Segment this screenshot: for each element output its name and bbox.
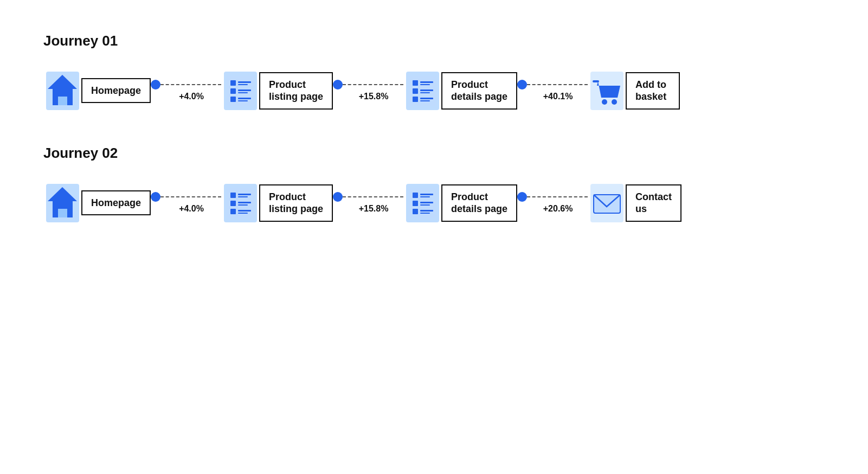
svg-rect-18 (420, 81, 433, 83)
svg-rect-17 (413, 80, 418, 86)
homepage-label-j1: Homepage (81, 78, 151, 104)
pct-1-j2: +4.0% (151, 204, 221, 214)
pct-2-j2: +15.8% (333, 204, 403, 214)
step-listing-j1: Productlisting page (221, 69, 333, 112)
svg-rect-23 (413, 97, 418, 102)
svg-rect-39 (238, 196, 248, 197)
contact-label-j2: Contactus (626, 184, 681, 222)
pct-1-j1: +4.0% (151, 92, 221, 101)
pct-2-j1: +15.8% (333, 92, 403, 101)
svg-rect-20 (413, 88, 418, 94)
svg-rect-41 (238, 202, 251, 203)
journey-02-section: Journey 02 Homepage +4.0% (43, 145, 825, 225)
details-icon-j2 (403, 181, 441, 225)
dotted-line-3-j1 (527, 84, 588, 85)
listing-icon-j2 (221, 181, 259, 225)
svg-rect-55 (420, 210, 433, 212)
journey-01-title: Journey 01 (43, 33, 825, 49)
dot-2-j1 (333, 80, 343, 89)
svg-rect-25 (420, 100, 430, 101)
svg-rect-50 (420, 196, 430, 197)
svg-rect-6 (230, 80, 236, 86)
connector-2-j2: +15.8% (333, 192, 403, 214)
journey-01-flow: Homepage +4.0% (43, 69, 825, 112)
svg-rect-52 (420, 202, 433, 203)
svg-rect-53 (420, 204, 430, 206)
connector-1-j1: +4.0% (151, 80, 221, 101)
svg-rect-54 (413, 209, 418, 214)
step-details-j1: Productdetails page (403, 69, 517, 112)
details-label-j2: Productdetails page (441, 184, 517, 222)
step-homepage-j1: Homepage (43, 69, 151, 112)
listing-label-j1: Productlisting page (259, 72, 333, 110)
svg-rect-45 (238, 213, 248, 214)
details-label-j1: Productdetails page (441, 72, 517, 110)
dotted-line-2-j2 (343, 196, 403, 197)
homepage-label-j2: Homepage (81, 190, 151, 216)
svg-rect-7 (238, 81, 251, 83)
dotted-line-3-j2 (527, 196, 588, 197)
listing-label-j2: Productlisting page (259, 184, 333, 222)
cart-label-j1: Add tobasket (626, 72, 680, 110)
dotted-line-2-j1 (343, 84, 403, 85)
connector-3-j1: +40.1% (517, 80, 588, 101)
envelope-icon-j2 (588, 181, 626, 225)
step-listing-j2: Productlisting page (221, 181, 333, 225)
pct-3-j1: +40.1% (517, 92, 588, 101)
cart-icon-j1 (588, 69, 626, 112)
details-icon-j1 (403, 69, 441, 112)
step-homepage-j2: Homepage (43, 181, 151, 225)
svg-rect-24 (420, 98, 433, 99)
journey-02-title: Journey 02 (43, 145, 825, 162)
pct-3-j2: +20.6% (517, 204, 588, 214)
svg-rect-38 (238, 194, 251, 195)
dotted-line-1-j2 (160, 196, 221, 197)
svg-rect-51 (413, 201, 418, 206)
journey-01-section: Journey 01 Homepage +4.0% (43, 33, 825, 112)
svg-rect-14 (238, 100, 248, 101)
svg-rect-34 (58, 209, 67, 217)
home-icon-j1 (43, 69, 81, 112)
svg-rect-11 (238, 92, 248, 93)
dotted-line-1-j1 (160, 84, 221, 85)
svg-rect-40 (230, 201, 236, 206)
svg-rect-43 (230, 209, 236, 214)
svg-rect-13 (238, 98, 251, 99)
svg-rect-56 (420, 213, 430, 214)
step-details-j2: Productdetails page (403, 181, 517, 225)
step-contact-j2: Contactus (588, 181, 681, 225)
svg-rect-3 (58, 97, 67, 105)
svg-rect-19 (420, 84, 430, 85)
home-icon-j2 (43, 181, 81, 225)
svg-rect-42 (238, 204, 248, 206)
dot-3-j1 (517, 80, 527, 89)
connector-2-j1: +15.8% (333, 80, 403, 101)
svg-rect-9 (230, 88, 236, 94)
svg-rect-37 (230, 193, 236, 198)
dot-3-j2 (517, 192, 527, 202)
dot-1-j2 (151, 192, 160, 202)
svg-rect-22 (420, 92, 430, 93)
svg-rect-10 (238, 89, 251, 91)
svg-rect-12 (230, 97, 236, 102)
svg-rect-21 (420, 89, 433, 91)
dot-2-j2 (333, 192, 343, 202)
svg-point-30 (612, 99, 617, 105)
connector-3-j2: +20.6% (517, 192, 588, 214)
connector-1-j2: +4.0% (151, 192, 221, 214)
dot-1-j1 (151, 80, 160, 89)
listing-icon-j1 (221, 69, 259, 112)
step-cart-j1: Add tobasket (588, 69, 680, 112)
svg-rect-49 (420, 194, 433, 195)
svg-rect-8 (238, 84, 248, 85)
svg-rect-44 (238, 210, 251, 212)
journey-02-flow: Homepage +4.0% (43, 181, 825, 225)
svg-point-29 (602, 99, 607, 105)
svg-rect-48 (413, 193, 418, 198)
